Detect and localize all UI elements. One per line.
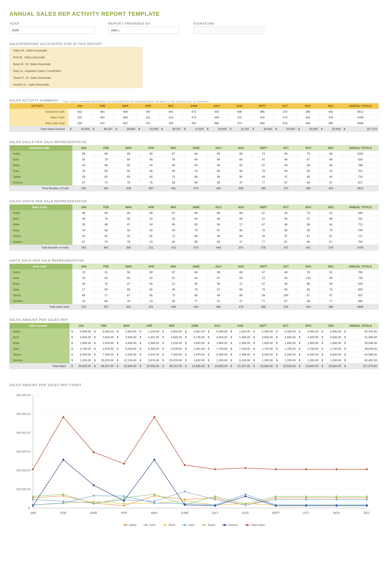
legend-item: Total Sales <box>245 523 265 527</box>
month-header: JULY <box>207 145 230 151</box>
salesperson-row: Gary G., Assistant Sales Coordinator <box>9 68 142 74</box>
legend-item: Tasha <box>201 523 215 527</box>
table-row: Kathy$5,400.00$6,500.00$2,654.00$1,234.0… <box>9 329 379 334</box>
table-total-row: Total Number of Visits333461358321415473… <box>9 245 379 250</box>
signature-label: SIGNATURE: <box>193 22 264 25</box>
svg-text:NOV: NOV <box>333 511 340 514</box>
svg-text:AUG: AUG <box>242 511 249 514</box>
units-title: UNITS SOLD PER SALE REPRESENTATIVE <box>9 259 379 263</box>
svg-rect-78 <box>153 493 156 495</box>
svg-rect-93 <box>244 495 246 497</box>
salespersons-label: SALESPERSONS ACCOUNTED FOR IN THIS REPOR… <box>9 42 379 46</box>
summary-note: Note: User to complete reports below. Su… <box>63 100 209 103</box>
month-header: MAR <box>117 264 140 270</box>
month-header: SEPT <box>252 145 275 151</box>
svg-rect-108 <box>335 468 338 470</box>
month-header: NOV <box>297 145 319 151</box>
month-header: MAY <box>162 264 185 270</box>
activity-header: ACTIVITY <box>9 103 68 109</box>
svg-rect-102 <box>153 416 156 418</box>
svg-text:SEPT: SEPT <box>272 511 280 514</box>
month-header: AUG <box>230 204 252 210</box>
month-header: AUG <box>228 103 251 109</box>
month-header: NOV <box>297 204 319 210</box>
prepared-by-input[interactable]: Julie L. <box>108 27 179 34</box>
month-header: NOV <box>297 323 320 329</box>
svg-text:APR: APR <box>121 511 127 514</box>
month-header: OCT <box>275 204 297 210</box>
summary-total-row: Total Sales Amount$20,600$48,337$29,664$… <box>9 126 379 132</box>
svg-rect-106 <box>275 468 277 470</box>
svg-rect-53 <box>123 503 125 505</box>
chart-title: SALES AMOUNT PER SALES REP CHART <box>9 383 379 387</box>
month-header: OCT <box>274 103 296 109</box>
table-row: Brian449865549956586567488846788 <box>9 162 379 168</box>
svg-rect-66 <box>153 502 156 504</box>
amount-title: SALES AMOUNT PER SALES REP <box>9 318 379 322</box>
month-header: SEPT <box>252 323 274 329</box>
svg-rect-101 <box>123 463 125 465</box>
month-header: MAY <box>162 204 185 210</box>
month-header: JUNE <box>185 264 207 270</box>
svg-rect-81 <box>244 503 246 505</box>
svg-rect-77 <box>123 497 125 499</box>
month-header: JAN <box>73 145 95 151</box>
salesperson-row: Kathy M., Sales Associate <box>9 47 142 54</box>
month-header: APR <box>140 264 162 270</box>
table-row: Kathy233256998768898867487652785 <box>9 270 379 275</box>
month-header: DEC <box>319 264 342 270</box>
year-input[interactable]: 2028 <box>9 27 94 34</box>
month-header: AUG <box>230 264 252 270</box>
visits-table: Sales VisitsJANFEBMARAPRMAYJUNEJULYAUGSE… <box>9 204 379 250</box>
table-row: Brian$1,600.00$2,534.00$3,456.00$2,346.0… <box>9 340 379 346</box>
table-row: Kent567956245284986647846768781 <box>9 216 379 222</box>
month-header: MAY <box>162 145 185 151</box>
table-row: Brian359847549956581767488846713 <box>9 222 379 227</box>
salesperson-row: Keshon K., Sales Associate <box>9 81 142 88</box>
month-header: MAR <box>117 145 140 151</box>
svg-rect-82 <box>275 495 277 498</box>
summary-title: SALES ACTIVITY SUMMARY <box>9 99 58 102</box>
page-title: ANNUAL SALES REP ACTIVITY REPORT TEMPLAT… <box>9 11 379 17</box>
month-header: DEC <box>320 323 343 329</box>
visits-title: SALES VISITS PER SALE REPRESENTATIVE <box>9 199 379 203</box>
svg-text:$-: $- <box>28 506 31 510</box>
svg-rect-44 <box>214 498 216 501</box>
month-header: AUG <box>229 323 252 329</box>
month-header: FEB <box>92 323 115 329</box>
header-fields: YEAR 2028 REPORT PREPARED BY: Julie L. S… <box>9 22 379 34</box>
table-row: Kathy9889889987688988744876981002 <box>9 151 379 157</box>
month-header: JUNE <box>183 323 206 329</box>
month-header: JAN <box>68 103 91 109</box>
month-header: JUNE <box>185 145 207 151</box>
month-header: JULY <box>206 323 229 329</box>
summary-row: Sales Visits3334613583214154734483703783… <box>9 115 379 121</box>
month-header: APR <box>137 103 160 109</box>
signature-input[interactable] <box>193 27 264 34</box>
svg-text:JAN: JAN <box>30 511 36 514</box>
annual-total-header: ANNUAL TOTALS <box>342 204 379 210</box>
svg-rect-29 <box>123 505 125 507</box>
svg-rect-84 <box>335 495 338 498</box>
month-header: APR <box>140 145 162 151</box>
month-header: SEPT <box>251 103 274 109</box>
table-total-row: Total Number of Calls3424614083974414734… <box>9 185 379 191</box>
month-header: MAY <box>160 103 182 109</box>
svg-text:FEB: FEB <box>60 511 66 514</box>
table-row: Keshon$1,200.00$25,678.00$12,134.00$3,87… <box>9 358 379 363</box>
table-row: Gary345656564678845676865578761 <box>9 168 379 174</box>
month-header: FEB <box>95 264 117 270</box>
svg-rect-107 <box>305 468 307 470</box>
svg-rect-63 <box>62 502 64 504</box>
units-table: Units SoldJANFEBMARAPRMAYJUNEJULYAUGSEPT… <box>9 264 379 310</box>
table-activity-header: Sales Visits <box>9 204 73 210</box>
table-row: Kent$4,500.00$3,602.00$2,643.00$4,321.00… <box>9 334 379 340</box>
month-header: AUG <box>230 145 252 151</box>
month-header: DEC <box>319 103 342 109</box>
legend-item: Kathy <box>123 523 136 527</box>
svg-rect-109 <box>366 468 368 470</box>
salesperson-row: Kent B., Sales Associate <box>9 54 142 61</box>
svg-rect-85 <box>366 495 368 498</box>
svg-text:OCT: OCT <box>303 511 309 514</box>
month-header: MAR <box>115 323 138 329</box>
